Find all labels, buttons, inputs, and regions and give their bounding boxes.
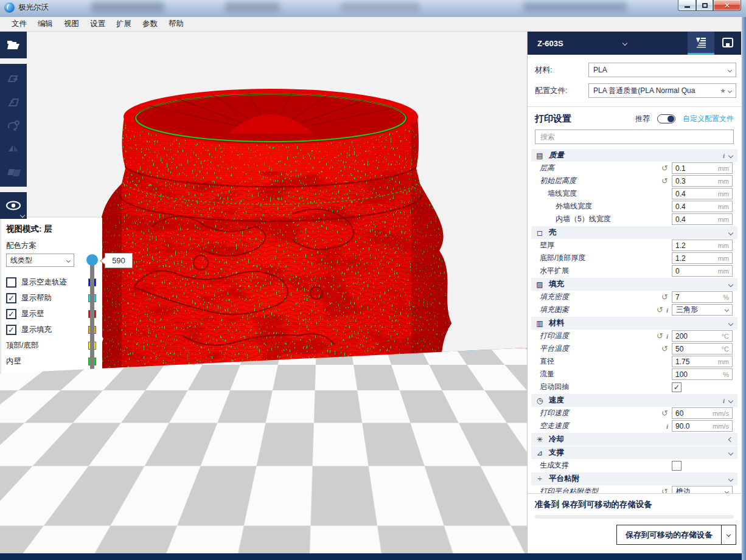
color-scheme-dropdown[interactable]: 线类型 [6,254,74,267]
setting-input[interactable]: 0mm [672,265,733,277]
setting-input[interactable]: 50°C [672,343,733,354]
minimize-button[interactable] [678,0,696,11]
background-window-blur [523,2,627,12]
output-area: 准备到 保存到可移动的存储设备 保存到可移动的存储设备 [528,493,741,547]
open-file-button[interactable] [0,32,27,58]
slider-handle-top[interactable] [86,254,98,266]
search-input[interactable] [539,132,730,142]
maximize-button[interactable] [696,0,713,11]
save-to-removable-button[interactable]: 保存到可移动的存储设备 [616,525,722,545]
revert-icon[interactable]: ↺ [661,409,668,417]
background-window-blur [341,2,420,12]
section-title-shell: 壳 [549,227,725,238]
legend-label-3: 显示填充 [21,325,88,335]
move-tool-button [0,67,27,91]
model-tools-group [0,64,27,187]
section-header-adhesion[interactable]: ÷平台粘附 [531,472,737,485]
section-header-speed[interactable]: ◷速度i [531,394,737,407]
section-header-infill[interactable]: ▨填充 [531,278,737,291]
menu-item-1[interactable]: 编辑 [32,17,58,31]
layer-number-bubble: 590 [105,253,133,268]
section-header-shell[interactable]: ◻壳 [531,226,737,239]
chevron-down-icon [622,41,627,46]
setting-control: 三角形 [672,304,733,316]
setting-input[interactable]: 0.3mm [672,175,733,187]
setting-input[interactable]: 1.75mm [672,356,733,367]
3d-viewport[interactable]: 视图模式: 层 配色方案 线类型 显示空走轨迹✓显示帮助✓显示壁✓显示填充顶部/… [0,32,527,553]
material-dropdown[interactable]: PLA [588,63,736,77]
layer-range-slider[interactable] [88,254,96,388]
profile-dropdown[interactable]: PLA 普通质量(PLA Normal Qua ★ [588,83,736,98]
setting-input[interactable]: 1.2mm [672,240,733,251]
profile-label: 配置文件: [535,86,588,96]
section-header-support[interactable]: ⊿支撑 [531,446,737,459]
section-header-material[interactable]: ▥材料 [531,317,737,330]
mirror-tool-button [0,137,27,160]
legend-checkbox-3[interactable]: ✓ [6,325,16,335]
legend-label-1: 显示帮助 [21,293,88,303]
close-button[interactable]: ✕ [713,0,741,11]
setting-input[interactable]: 90.0mm/s [672,420,733,432]
setting-input[interactable]: 7% [672,291,733,303]
setting-input[interactable]: 100% [672,368,733,380]
setting-control: 0.4mm [672,213,733,225]
menu-item-0[interactable]: 文件 [6,17,32,31]
setting-input[interactable]: 60mm/s [672,407,733,419]
setting-row-material-1: 平台温度↺50°C [531,342,737,355]
setting-input[interactable]: 200°C [672,330,733,342]
brand-sub: JGAURORA [24,542,65,546]
window-border-bottom [0,553,746,560]
recommended-custom-toggle[interactable] [657,114,675,123]
infill-icon: ▨ [535,280,545,289]
view-options-button[interactable] [0,192,27,219]
menu-item-2[interactable]: 视图 [58,17,85,31]
setting-value: 1.75 [675,358,718,366]
revert-icon[interactable]: ↺ [657,306,663,314]
setting-checkbox[interactable] [672,461,682,471]
section-header-quality[interactable]: ▤质量i [531,149,737,162]
setting-control: 1.2mm [672,252,733,264]
legend-checkbox-1[interactable]: ✓ [6,293,16,303]
setting-input[interactable]: 0.1mm [672,162,733,174]
rename-pencil-icon[interactable] [512,502,522,512]
menu-bar: 文件编辑视图设置扩展参数帮助 [0,17,746,32]
setting-control: 1.75mm [672,356,733,367]
close-icon: ✕ [724,1,730,10]
menu-item-4[interactable]: 扩展 [111,17,137,31]
save-options-chevron[interactable] [722,525,736,545]
setting-label: 生成支撑 [540,460,668,471]
setting-label: 填充密度 [540,292,661,302]
slice-preview-icon [694,36,708,50]
custom-profile-link[interactable]: 自定义配置文件 [683,114,734,124]
material-icon: ▥ [535,319,545,328]
revert-icon[interactable]: ↺ [661,345,668,353]
setting-input[interactable]: 0.4mm [672,201,733,212]
setting-input[interactable]: 0.4mm [672,213,733,225]
settings-search[interactable] [535,130,734,144]
menu-item-3[interactable]: 设置 [85,17,111,31]
machine-selector[interactable]: Z-603S [528,39,688,48]
tab-monitor[interactable] [714,32,741,55]
slider-handle-bottom[interactable] [86,376,98,388]
setting-input[interactable]: 0.4mm [672,188,733,199]
tab-prepare[interactable] [688,32,714,55]
revert-icon[interactable]: ↺ [661,177,668,185]
legend-checkbox-0[interactable] [6,277,16,288]
setting-label: 流量 [540,369,668,379]
setting-input[interactable]: 1.2mm [672,252,733,264]
recommended-label: 推荐 [635,114,650,124]
revert-icon[interactable]: ↺ [657,332,663,340]
legend-row-2: ✓显示壁 [6,306,97,322]
menu-item-5[interactable]: 参数 [137,17,163,31]
legend-checkbox-2[interactable]: ✓ [6,309,16,319]
setting-row-icons: ↺ [661,164,668,172]
machine-config: 材料: PLA 配置文件: PLA 普通质量(PLA Normal Qua ★ [528,55,741,107]
revert-icon[interactable]: ↺ [661,293,668,301]
section-header-cooling[interactable]: ✳冷却 [531,433,737,446]
slider-track[interactable] [90,259,94,382]
setting-dropdown[interactable]: 三角形 [672,304,733,316]
menu-item-6[interactable]: 帮助 [163,17,189,31]
model-dimensions: 90.8 x 90.8 x 118.0 毫米 [383,518,522,528]
revert-icon[interactable]: ↺ [661,164,668,172]
setting-checkbox[interactable]: ✓ [672,382,682,392]
